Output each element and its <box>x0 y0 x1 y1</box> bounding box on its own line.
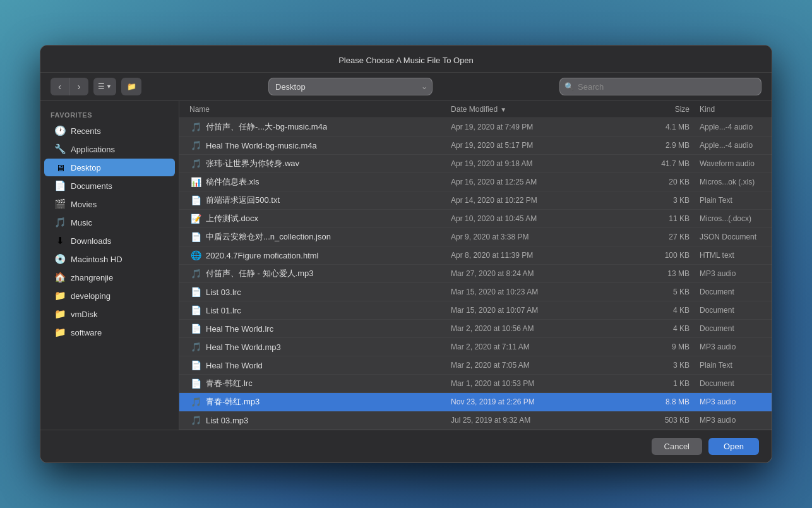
table-row[interactable]: 🎵 付笛声、任静 - 知心爱人.mp3 Mar 27, 2020 at 8:24… <box>179 265 772 283</box>
sidebar-label-macintosh-hd: Macintosh HD <box>71 255 122 264</box>
sidebar-item-macintosh-hd[interactable]: 💿 Macintosh HD <box>44 250 175 268</box>
file-icon: 🌐 <box>189 249 202 262</box>
file-date-cell: Nov 23, 2019 at 2:26 PM <box>446 397 623 406</box>
file-name-cell: 📄 Heal The World.lrc <box>179 322 446 335</box>
file-size-cell: 2.9 MB <box>623 141 695 150</box>
file-size-cell: 8.8 MB <box>623 397 695 406</box>
file-kind-cell: Document <box>695 306 772 315</box>
sidebar-section-label: Favorites <box>40 107 179 121</box>
file-icon: 🎵 <box>189 157 202 170</box>
file-name-text: 青春-韩红.lrc <box>206 378 253 389</box>
sidebar-icon-desktop: 🖥 <box>54 162 66 173</box>
file-date-cell: Apr 19, 2020 at 5:17 PM <box>446 141 623 150</box>
table-row[interactable]: 📄 中盾云安粮仓对...n_collection.json Apr 9, 202… <box>179 228 772 246</box>
col-date-header[interactable]: Date Modified ▼ <box>446 105 623 114</box>
file-name-cell: 📄 中盾云安粮仓对...n_collection.json <box>179 231 446 243</box>
col-name-header[interactable]: Name <box>179 105 446 114</box>
table-row[interactable]: 🎵 青春-韩红.mp3 Nov 23, 2019 at 2:26 PM 8.8 … <box>179 393 772 411</box>
file-date-cell: Apr 16, 2020 at 12:25 AM <box>446 178 623 186</box>
file-name-text: 青春-韩红.mp3 <box>206 396 260 408</box>
col-size-header[interactable]: Size <box>623 105 695 114</box>
table-row[interactable]: 🎵 List 03.mp3 Jul 25, 2019 at 9:32 AM 50… <box>179 411 772 430</box>
file-name-cell: 📄 Heal The World <box>179 359 446 372</box>
file-size-cell: 20 KB <box>623 178 695 186</box>
table-row[interactable]: 🎵 Heal The World.mp3 Mar 2, 2020 at 7:11… <box>179 338 772 356</box>
table-row[interactable]: 📄 List 01.lrc Mar 15, 2020 at 10:07 AM 4… <box>179 301 772 320</box>
sidebar-label-desktop: Desktop <box>71 163 101 172</box>
file-kind-cell: MP3 audio <box>695 342 772 351</box>
sidebar-item-downloads[interactable]: ⬇ Downloads <box>44 232 175 250</box>
file-name-text: 上传测试.docx <box>206 213 258 224</box>
file-date-cell: Mar 2, 2020 at 7:11 AM <box>446 342 623 351</box>
sidebar-item-applications[interactable]: 🔧 Applications <box>44 140 175 158</box>
file-size-cell: 3 KB <box>623 361 695 370</box>
file-name-cell: 🎵 付笛声、任静 - 知心爱人.mp3 <box>179 267 446 280</box>
file-date-cell: Mar 1, 2020 at 10:53 PM <box>446 379 623 388</box>
table-row[interactable]: 🎵 付笛声、任静-...大-bg-music.m4a Apr 19, 2020 … <box>179 118 772 136</box>
forward-button[interactable]: › <box>69 78 88 95</box>
file-kind-cell: Apple...-4 audio <box>695 141 772 150</box>
sidebar-icon-applications: 🔧 <box>54 143 66 155</box>
view-options-button[interactable]: ☰ ▼ <box>93 78 116 95</box>
sidebar-icon-movies: 🎬 <box>54 198 66 210</box>
table-row[interactable]: 📄 List 03.lrc Mar 15, 2020 at 10:23 AM 5… <box>179 283 772 301</box>
open-button[interactable]: Open <box>708 438 759 455</box>
view-icon: ☰ <box>98 82 105 91</box>
nav-group: ‹ › <box>51 78 88 95</box>
file-size-cell: 100 KB <box>623 251 695 260</box>
sidebar: Favorites 🕐 Recents 🔧 Applications 🖥 Des… <box>40 101 179 430</box>
cancel-button[interactable]: Cancel <box>652 438 702 455</box>
sidebar-item-software[interactable]: 📁 software <box>44 324 175 341</box>
sidebar-label-recents: Recents <box>71 126 101 136</box>
back-button[interactable]: ‹ <box>51 78 69 95</box>
toolbar: ‹ › ☰ ▼ 📁 Desktop Downloads Documents Ap… <box>40 73 772 101</box>
table-row[interactable]: 📊 稿件信息表.xls Apr 16, 2020 at 12:25 AM 20 … <box>179 173 772 191</box>
file-icon: 🎵 <box>189 267 202 280</box>
file-size-cell: 3 KB <box>623 196 695 205</box>
table-row[interactable]: 📄 Heal The World Mar 2, 2020 at 7:05 AM … <box>179 356 772 375</box>
table-row[interactable]: 📄 青春-韩红.lrc Mar 1, 2020 at 10:53 PM 1 KB… <box>179 375 772 393</box>
sidebar-icon-recents: 🕐 <box>54 125 66 136</box>
location-selector[interactable]: Desktop Downloads Documents Applications <box>268 78 433 95</box>
sidebar-item-zhangrenjie[interactable]: 🏠 zhangrenjie <box>44 269 175 286</box>
table-row[interactable]: 🌐 2020.4.7Figure mofication.html Apr 8, … <box>179 246 772 265</box>
file-kind-cell: JSON Document <box>695 233 772 241</box>
file-name-text: 中盾云安粮仓对...n_collection.json <box>206 231 331 243</box>
search-input[interactable] <box>559 78 761 95</box>
sidebar-item-developing[interactable]: 📁 developing <box>44 287 175 305</box>
col-kind-header[interactable]: Kind <box>695 105 772 114</box>
file-name-cell: 🎵 青春-韩红.mp3 <box>179 396 446 408</box>
sidebar-label-downloads: Downloads <box>71 236 111 246</box>
file-name-text: 付笛声、任静-...大-bg-music.m4a <box>206 121 327 133</box>
sidebar-label-vmdisk: vmDisk <box>71 310 98 319</box>
search-box: 🔍 <box>559 78 761 95</box>
sidebar-item-documents[interactable]: 📄 Documents <box>44 177 175 195</box>
file-kind-cell: Micros...ok (.xls) <box>695 178 772 186</box>
file-size-cell: 503 KB <box>623 416 695 425</box>
table-row[interactable]: 📝 上传测试.docx Apr 10, 2020 at 10:45 AM 11 … <box>179 210 772 228</box>
dialog-title: Please Choose A Music File To Open <box>338 56 474 65</box>
file-name-cell: 🎵 List 03.mp3 <box>179 414 446 426</box>
sidebar-item-recents[interactable]: 🕐 Recents <box>44 122 175 140</box>
sidebar-item-vmdisk[interactable]: 📁 vmDisk <box>44 305 175 323</box>
sidebar-icon-zhangrenjie: 🏠 <box>54 272 66 283</box>
file-name-text: 2020.4.7Figure mofication.html <box>206 251 318 260</box>
table-row[interactable]: 🎵 张玮-让世界为你转身.wav Apr 19, 2020 at 9:18 AM… <box>179 155 772 173</box>
sidebar-item-music[interactable]: 🎵 Music <box>44 214 175 231</box>
sidebar-icon-music: 🎵 <box>54 217 66 228</box>
file-name-cell: 🎵 Heal The World.mp3 <box>179 341 446 353</box>
file-name-text: 付笛声、任静 - 知心爱人.mp3 <box>206 268 313 279</box>
table-row[interactable]: 📄 前端请求返回500.txt Apr 14, 2020 at 10:22 PM… <box>179 191 772 210</box>
file-name-cell: 🎵 Heal The World-bg-music.m4a <box>179 139 446 152</box>
file-kind-cell: Document <box>695 379 772 388</box>
file-size-cell: 9 MB <box>623 342 695 351</box>
file-date-cell: Apr 9, 2020 at 3:38 PM <box>446 233 623 241</box>
file-name-text: Heal The World.lrc <box>206 324 273 334</box>
sidebar-item-movies[interactable]: 🎬 Movies <box>44 195 175 213</box>
new-folder-button[interactable]: 📁 <box>121 78 141 95</box>
table-row[interactable]: 📄 Heal The World.lrc Mar 2, 2020 at 10:5… <box>179 320 772 338</box>
file-date-cell: Apr 14, 2020 at 10:22 PM <box>446 196 623 205</box>
table-row[interactable]: 🎵 Heal The World-bg-music.m4a Apr 19, 20… <box>179 136 772 155</box>
file-icon: 📄 <box>189 359 202 372</box>
sidebar-item-desktop[interactable]: 🖥 Desktop <box>44 159 175 176</box>
